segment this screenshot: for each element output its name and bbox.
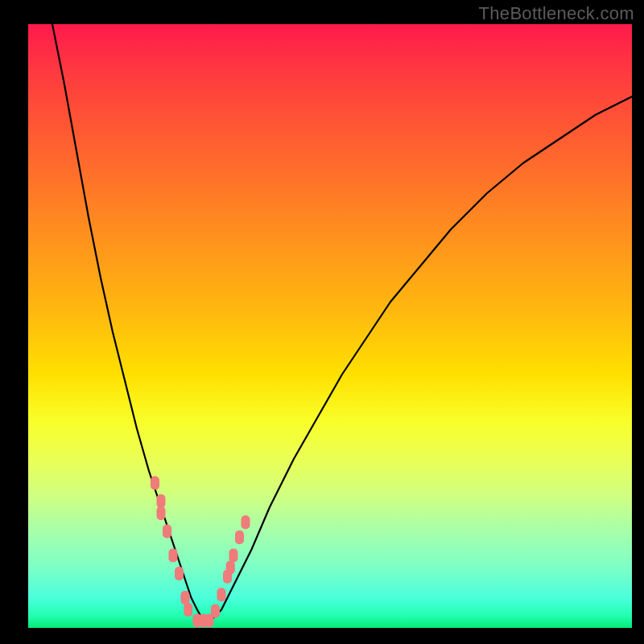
marker-point: [217, 588, 226, 601]
marker-point: [163, 525, 171, 539]
chart-frame: TheBottleneck.com: [0, 0, 644, 644]
marker-point: [157, 494, 166, 508]
marker-point: [226, 561, 235, 575]
marker-point: [235, 530, 244, 544]
marker-point: [181, 591, 190, 605]
marker-point: [157, 506, 166, 520]
watermark-text: TheBottleneck.com: [479, 3, 634, 24]
marker-point: [184, 603, 192, 617]
plot-area: [28, 24, 632, 628]
marker-point: [151, 477, 159, 490]
marker-point: [211, 605, 220, 618]
marker-point: [175, 567, 184, 580]
marker-point: [169, 549, 178, 563]
curve-line: [52, 24, 632, 622]
marker-point: [229, 549, 238, 563]
highlight-markers: [151, 477, 250, 628]
bottleneck-curve: [28, 24, 632, 628]
marker-point: [242, 515, 250, 529]
